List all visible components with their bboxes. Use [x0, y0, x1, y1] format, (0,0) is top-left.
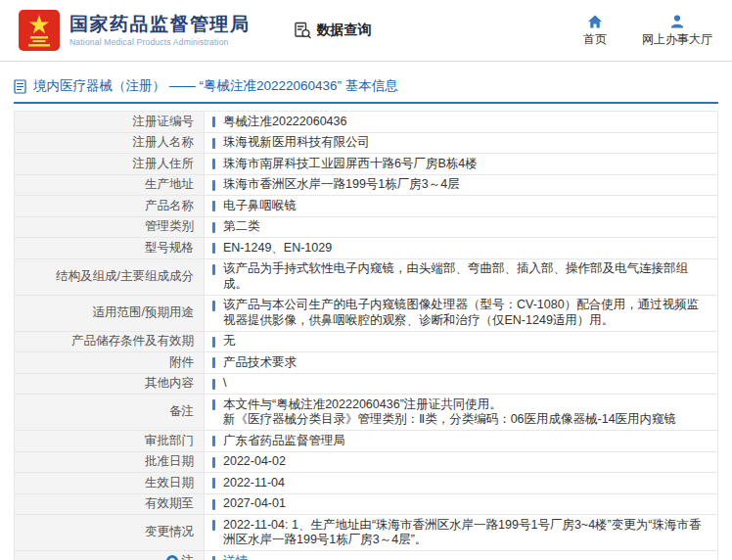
top-nav: 首页 网上办事大厅	[583, 14, 716, 48]
row-label-text: 注	[182, 554, 195, 560]
row-label: 生产地址	[15, 175, 205, 196]
row-label-text: 注册证编号	[133, 115, 195, 130]
row-value: 该产品为手持式软性电子内窥镜，由头端部、弯曲部、插入部、操作部及电气连接部组成。	[205, 259, 717, 295]
row-label-text: 结构及组成/主要组成成分	[56, 269, 194, 285]
value-marker-icon	[212, 117, 215, 127]
row-value: 第二类	[205, 217, 717, 238]
table-row: 注册人住所珠海市南屏科技工业园屏西十路6号厂房B栋4楼	[15, 153, 717, 174]
table-row: 变更情况2022-11-04: 1、生产地址由“珠海市香洲区水岸一路199号1号…	[15, 514, 717, 550]
row-value-text: \	[223, 376, 226, 390]
row-label: 结构及组成/主要组成成分	[15, 259, 205, 295]
table-row: 产品储存条件及有效期无	[15, 331, 717, 352]
row-label-text: 审批部门	[145, 434, 194, 449]
table-row: 注详情	[15, 550, 717, 560]
row-label-text: 型号规格	[145, 241, 194, 257]
row-label-text: 注册人住所	[133, 157, 195, 172]
row-value: 详情	[205, 551, 717, 560]
row-value-text: 2027-04-01	[223, 496, 286, 510]
info-table: 注册证编号粤械注准20222060436注册人名称珠海视新医用科技有限公司注册人…	[14, 111, 718, 560]
row-label-text: 适用范围/预期用途	[93, 305, 194, 321]
table-row: 生产地址珠海市香洲区水岸一路199号1栋厂房3～4层	[15, 174, 717, 196]
value-marker-icon	[212, 222, 215, 233]
row-label: 变更情况	[15, 515, 205, 550]
table-row: 有效期至2027-04-01	[15, 493, 717, 515]
agency-subtitle: National Medical Products Administration	[69, 37, 251, 47]
row-value: 2027-04-01	[205, 494, 717, 515]
nav-home[interactable]: 首页	[583, 14, 607, 48]
data-query-menu[interactable]: 数据查询	[294, 22, 372, 39]
row-value: 珠海市南屏科技工业园屏西十路6号厂房B栋4楼	[205, 154, 717, 174]
row-value-text: 第二类	[223, 219, 260, 233]
value-marker-icon	[212, 180, 215, 191]
table-row: 产品名称电子鼻咽喉镜	[15, 195, 717, 216]
row-value: 珠海市香洲区水岸一路199号1栋厂房3～4层	[205, 175, 717, 196]
row-value-text: 珠海市南屏科技工业园屏西十路6号厂房B栋4楼	[223, 157, 478, 170]
row-value: 本文件与“粤械注准20222060436”注册证共同使用。新《医疗器械分类目录》…	[205, 395, 717, 430]
table-row: 审批部门广东省药品监督管理局	[15, 430, 717, 451]
national-emblem-logo	[18, 9, 61, 52]
row-label: 注册人住所	[15, 154, 205, 174]
document-icon	[14, 79, 26, 94]
site-header: 国家药品监督管理局 National Medical Products Admi…	[0, 0, 732, 61]
row-value: 电子鼻咽喉镜	[205, 196, 717, 216]
row-value-text: 产品技术要求	[223, 355, 297, 369]
row-label: 备注	[15, 395, 205, 430]
row-label-text: 生产地址	[145, 177, 194, 193]
agency-title: 国家药品监督管理局	[69, 14, 251, 35]
row-label-text: 附件	[169, 355, 194, 371]
table-row: 批准日期2022-04-02	[15, 451, 717, 473]
page-title: 境内医疗器械（注册） —— “粤械注准20222060436” 基本信息	[14, 62, 718, 104]
row-value-text: 无	[223, 334, 236, 348]
value-marker-icon	[212, 556, 215, 560]
row-value: EN-1249、EN-1029	[205, 238, 717, 258]
value-marker-icon	[212, 337, 215, 348]
row-label-text: 产品储存条件及有效期	[71, 334, 194, 350]
value-marker-icon	[212, 399, 215, 410]
row-label: 产品储存条件及有效期	[15, 332, 205, 352]
value-marker-icon	[212, 436, 215, 446]
row-label: 注册证编号	[15, 112, 205, 132]
row-value-text: 新《医疗器械分类目录》管理类别：Ⅱ类，分类编码：06医用成像器械-14医用内窥镜	[223, 412, 676, 426]
row-value: 该产品与本公司生产的电子内窥镜图像处理器（型号：CV-1080）配合使用，通过视…	[205, 296, 717, 331]
data-query-icon	[294, 22, 311, 39]
value-marker-icon	[212, 301, 215, 311]
table-row: 生效日期2022-11-04	[15, 472, 717, 493]
table-row: 附件产品技术要求	[15, 351, 717, 373]
row-label: 产品名称	[15, 196, 205, 216]
value-marker-icon	[212, 499, 215, 510]
row-label: 附件	[15, 352, 205, 373]
row-value-text: 粤械注准20222060436	[223, 115, 346, 128]
value-marker-icon	[212, 243, 215, 254]
row-label-text: 注册人名称	[133, 135, 195, 151]
row-value-text: 该产品与本公司生产的电子内窥镜图像处理器（型号：CV-1080）配合使用，通过视…	[223, 298, 699, 327]
row-value: \	[205, 374, 717, 395]
row-value-text: 珠海视新医用科技有限公司	[223, 135, 370, 149]
row-value-text: 2022-11-04	[223, 476, 285, 490]
row-label: 适用范围/预期用途	[15, 296, 205, 331]
nav-service-hall-label: 网上办事大厅	[642, 31, 712, 48]
value-marker-icon	[212, 159, 215, 169]
row-label: 审批部门	[15, 431, 205, 451]
row-value-text: EN-1249、EN-1029	[223, 241, 332, 255]
row-label-text: 批准日期	[145, 454, 194, 470]
table-row: 其他内容\	[15, 373, 717, 395]
row-value-text: 电子鼻咽喉镜	[223, 199, 297, 212]
brand[interactable]: 国家药品监督管理局 National Medical Products Admi…	[18, 9, 251, 52]
row-label: 批准日期	[15, 452, 205, 473]
table-row: 注册人名称珠海视新医用科技有限公司	[15, 132, 717, 154]
detail-link[interactable]: 详情	[223, 554, 248, 560]
row-label: 型号规格	[15, 238, 205, 258]
row-label: 生效日期	[15, 473, 205, 493]
row-label-text: 生效日期	[145, 476, 194, 491]
brand-text: 国家药品监督管理局 National Medical Products Admi…	[69, 14, 251, 47]
nav-service-hall[interactable]: 网上办事大厅	[642, 14, 712, 48]
page: 国家药品监督管理局 National Medical Products Admi…	[0, 0, 732, 560]
row-label: 注	[15, 551, 205, 560]
value-marker-icon	[212, 138, 215, 149]
note-circle-icon	[166, 555, 178, 560]
table-row: 备注本文件与“粤械注准20222060436”注册证共同使用。新《医疗器械分类目…	[15, 394, 717, 430]
value-marker-icon	[212, 201, 215, 211]
row-label-text: 其他内容	[145, 376, 194, 392]
row-value: 广东省药品监督管理局	[205, 431, 717, 451]
row-label-text: 有效期至	[145, 496, 194, 512]
